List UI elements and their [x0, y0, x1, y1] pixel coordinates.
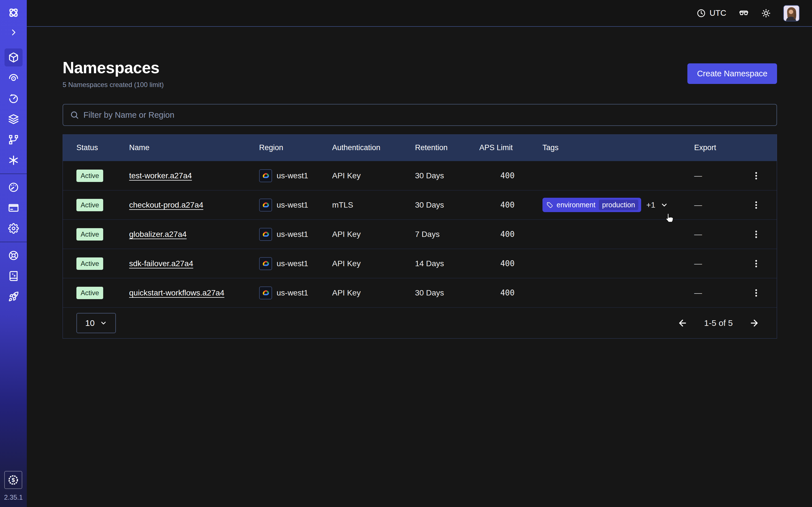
row-actions-button[interactable]	[749, 227, 763, 241]
gcp-icon	[259, 257, 272, 270]
region-label: us-west1	[276, 201, 308, 210]
sidebar-item-billing[interactable]	[4, 199, 22, 217]
column-header-export: Export	[694, 144, 737, 152]
row-actions-button[interactable]	[749, 286, 763, 300]
sun-icon	[761, 8, 771, 18]
tag-icon	[546, 202, 553, 209]
table-row: Active sdk-failover.a27a4 us-west1 API K…	[63, 249, 777, 278]
tags-expand-button[interactable]	[660, 201, 668, 209]
tag-pill[interactable]: environment production	[543, 198, 641, 212]
book-sparkles-icon	[8, 271, 19, 281]
aps-limit-value: 400	[479, 230, 543, 239]
namespace-link[interactable]: quickstart-workflows.a27a4	[129, 288, 224, 297]
lifebuoy-icon	[8, 250, 19, 261]
aps-limit-value: 400	[479, 200, 543, 210]
kebab-icon	[751, 259, 761, 269]
gauge-icon	[8, 182, 19, 193]
table-header-row: Status Name Region Authentication Retent…	[63, 135, 777, 161]
retention-value: 7 Days	[415, 230, 479, 239]
region-label: us-west1	[276, 259, 308, 268]
row-actions-button[interactable]	[749, 198, 763, 212]
asterisk-icon	[8, 155, 19, 166]
export-value: —	[694, 288, 737, 297]
sidebar-nav-group-account	[4, 178, 22, 237]
status-badge: Active	[77, 258, 103, 270]
sidebar-item-services[interactable]	[4, 151, 22, 169]
export-value: —	[694, 171, 737, 180]
main-content: Namespaces 5 Namespaces created (100 lim…	[27, 0, 812, 339]
pagination: 1-5 of 5	[677, 318, 759, 328]
sidebar-item-deployments[interactable]	[4, 110, 22, 128]
namespace-link[interactable]: checkout-prod.a27a4	[129, 201, 203, 209]
authentication-value: API Key	[332, 230, 415, 239]
tag-key: environment	[557, 201, 596, 209]
column-header-name: Name	[129, 144, 259, 152]
aps-limit-value: 400	[479, 171, 543, 180]
chevron-right-icon	[9, 28, 18, 37]
table-footer: 10 1-5 of 5	[63, 307, 777, 338]
sidebar-item-nexus[interactable]	[4, 131, 22, 149]
reading-glasses-icon	[739, 8, 749, 18]
page-subtitle: 5 Namespaces created (100 limit)	[63, 81, 164, 89]
eye-icon	[8, 73, 19, 83]
sidebar-item-usage[interactable]	[4, 178, 22, 196]
page-size-select[interactable]: 10	[77, 313, 116, 333]
row-actions-button[interactable]	[749, 169, 763, 183]
export-value: —	[694, 201, 737, 210]
next-page-button[interactable]	[749, 318, 759, 328]
retention-value: 30 Days	[415, 288, 479, 297]
aps-limit-value: 400	[479, 259, 543, 268]
sidebar-item-retention[interactable]	[4, 90, 22, 108]
tag-value: production	[599, 200, 639, 210]
pagination-range: 1-5 of 5	[704, 318, 733, 328]
create-namespace-button[interactable]: Create Namespace	[688, 63, 777, 84]
cube-icon	[8, 52, 19, 63]
table-row: Active globalizer.a27a4 us-west1 API Key…	[63, 219, 777, 249]
sidebar-item-docs[interactable]	[4, 267, 22, 285]
sidebar-item-quickstart[interactable]	[4, 288, 22, 305]
page-title: Namespaces	[63, 58, 164, 77]
chevron-down-icon	[100, 320, 107, 327]
filter-input[interactable]	[84, 110, 770, 120]
timezone-selector[interactable]: UTC	[697, 8, 726, 18]
filter-bar	[63, 104, 777, 126]
authentication-value: API Key	[332, 171, 415, 180]
arrow-right-icon	[749, 318, 759, 328]
pricing-button[interactable]	[4, 471, 22, 489]
page-size-value: 10	[85, 318, 94, 328]
aps-limit-value: 400	[479, 288, 543, 297]
namespace-link[interactable]: globalizer.a27a4	[129, 230, 187, 238]
search-icon	[70, 110, 79, 119]
sidebar-nav-group-main	[4, 48, 22, 169]
namespace-link[interactable]: test-worker.a27a4	[129, 171, 192, 180]
kebab-icon	[751, 171, 761, 180]
rocket-icon	[8, 291, 19, 302]
authentication-value: mTLS	[332, 201, 415, 210]
namespace-link[interactable]: sdk-failover.a27a4	[129, 259, 193, 268]
table-row: Active checkout-prod.a27a4 us-west1 mTLS…	[63, 190, 777, 219]
sidebar-item-insights[interactable]	[4, 69, 22, 87]
authentication-value: API Key	[332, 259, 415, 268]
gcp-icon	[259, 228, 272, 241]
previous-page-button[interactable]	[677, 318, 688, 328]
theme-toggle-button[interactable]	[761, 8, 771, 18]
temporal-logo	[8, 7, 19, 18]
chevron-down-icon	[660, 201, 668, 209]
branch-icon	[8, 134, 19, 145]
sidebar-item-namespaces[interactable]	[4, 48, 22, 66]
row-actions-button[interactable]	[749, 257, 763, 271]
sidebar-item-settings[interactable]	[4, 219, 22, 237]
sidebar-expand-button[interactable]	[9, 28, 18, 37]
sidebar-nav-group-help	[4, 246, 22, 305]
credit-card-icon	[8, 203, 19, 213]
sidebar-item-support[interactable]	[4, 246, 22, 265]
table-row: Active quickstart-workflows.a27a4 us-wes…	[63, 278, 777, 307]
app-version: 2.35.1	[4, 494, 23, 501]
kebab-icon	[751, 200, 761, 210]
column-header-aps-limit: APS Limit	[479, 144, 543, 152]
tags-cell: environment production +1	[543, 198, 694, 212]
avatar[interactable]	[783, 5, 800, 21]
retention-value: 30 Days	[415, 201, 479, 210]
labs-toggle-button[interactable]	[739, 8, 749, 18]
kebab-icon	[751, 288, 761, 298]
